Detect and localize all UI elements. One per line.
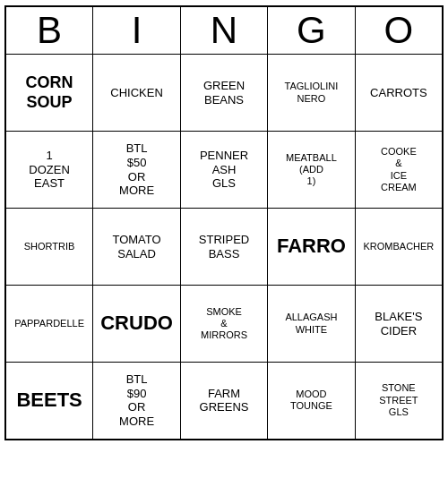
grid-cell-2-1: TOMATOSALAD [93, 209, 181, 286]
grid-cell-2-2: STRIPEDBASS [180, 209, 267, 286]
bingo-letter-i: I [93, 6, 181, 55]
bingo-letter-g: G [268, 6, 356, 55]
grid-row-4: BEETSBTL$90ORMOREFARMGREENSMOODTOUNGESTO… [5, 363, 443, 440]
grid-cell-3-1: CRUDO [93, 286, 181, 363]
grid-cell-0-1: CHICKEN [93, 55, 181, 132]
grid-cell-1-3: MEATBALL(ADD1) [268, 132, 356, 209]
grid-body: CORNSOUPCHICKENGREENBEANSTAGLIOLININEROC… [5, 55, 443, 440]
grid-cell-0-4: CARROTS [355, 55, 443, 132]
grid-cell-2-3: FARRO [268, 209, 356, 286]
grid-cell-3-0: PAPPARDELLE [5, 286, 93, 363]
grid-row-0: CORNSOUPCHICKENGREENBEANSTAGLIOLININEROC… [5, 55, 443, 132]
grid-row-2: SHORTRIBTOMATOSALADSTRIPEDBASSFARROKROMB… [5, 209, 443, 286]
grid-cell-3-2: SMOKE&MIRRORS [180, 286, 267, 363]
grid-cell-4-0: BEETS [5, 363, 93, 440]
header-row: BINGO [5, 6, 443, 55]
grid-cell-4-2: FARMGREENS [180, 363, 267, 440]
bingo-letter-b: B [5, 6, 93, 55]
grid-cell-3-3: ALLAGASHWHITE [268, 286, 356, 363]
grid-cell-1-0: 1DOZENEAST [5, 132, 93, 209]
grid-cell-3-4: BLAKE'SCIDER [355, 286, 443, 363]
grid-row-1: 1DOZENEASTBTL$50ORMOREPENNERASHGLSMEATBA… [5, 132, 443, 209]
grid-cell-4-3: MOODTOUNGE [268, 363, 356, 440]
grid-cell-2-4: KROMBACHER [355, 209, 443, 286]
bingo-grid: BINGO CORNSOUPCHICKENGREENBEANSTAGLIOLIN… [4, 5, 444, 440]
grid-row-3: PAPPARDELLECRUDOSMOKE&MIRRORSALLAGASHWHI… [5, 286, 443, 363]
grid-cell-4-1: BTL$90ORMORE [93, 363, 181, 440]
grid-cell-2-0: SHORTRIB [5, 209, 93, 286]
grid-cell-1-2: PENNERASHGLS [180, 132, 267, 209]
grid-cell-1-1: BTL$50ORMORE [93, 132, 181, 209]
grid-cell-0-2: GREENBEANS [180, 55, 267, 132]
grid-cell-1-4: COOKE&ICECREAM [355, 132, 443, 209]
bingo-letter-o: O [355, 6, 443, 55]
grid-cell-0-0: CORNSOUP [5, 55, 93, 132]
bingo-letter-n: N [180, 6, 267, 55]
grid-cell-0-3: TAGLIOLININERO [268, 55, 356, 132]
grid-cell-4-4: STONESTREETGLS [355, 363, 443, 440]
